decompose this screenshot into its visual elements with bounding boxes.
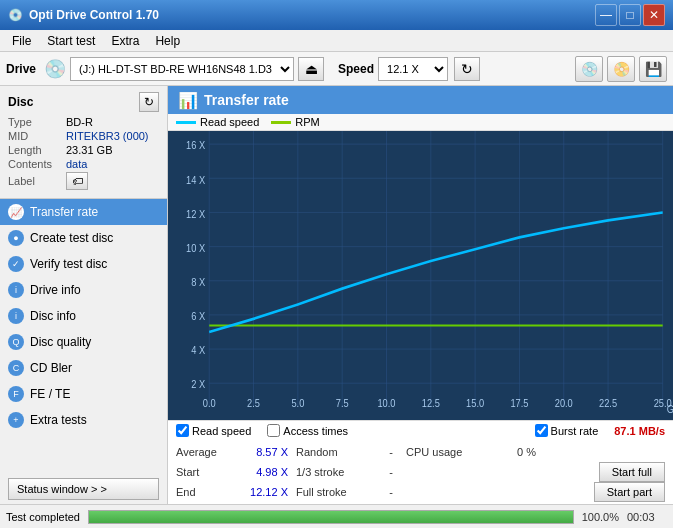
svg-text:20.0: 20.0 [555, 396, 573, 409]
speed-select[interactable]: 12.1 X [378, 57, 448, 81]
nav-item-fe-te[interactable]: F FE / TE [0, 381, 167, 407]
close-button[interactable]: ✕ [643, 4, 665, 26]
chart-title: Transfer rate [204, 92, 289, 108]
burst-rate-checkbox[interactable] [535, 424, 548, 437]
progress-bar-container [88, 510, 574, 524]
burst-rate-checkbox-label: Burst rate [551, 425, 599, 437]
label-button[interactable]: 🏷 [66, 172, 88, 190]
save-button[interactable]: 💾 [639, 56, 667, 82]
start-value: 4.98 X [236, 466, 296, 478]
svg-text:7.5: 7.5 [336, 396, 349, 409]
elapsed-time: 00:03 [627, 511, 667, 523]
menu-help[interactable]: Help [147, 32, 188, 50]
full-stroke-label: Full stroke [296, 486, 376, 498]
minimize-button[interactable]: — [595, 4, 617, 26]
drive-icon: 💿 [44, 58, 66, 80]
start-full-button[interactable]: Start full [599, 462, 665, 482]
chart-header: 📊 Transfer rate [168, 86, 673, 114]
access-times-checkbox-item: Access times [267, 424, 348, 437]
maximize-button[interactable]: □ [619, 4, 641, 26]
stats-area: Average 8.57 X Random - CPU usage 0 % St… [168, 440, 673, 504]
read-speed-legend: Read speed [176, 116, 259, 128]
start-part-button[interactable]: Start part [594, 482, 665, 502]
cd-bler-icon: C [8, 360, 24, 376]
contents-label: Contents [8, 158, 66, 170]
rpm-color [271, 121, 291, 124]
start-label: Start [176, 466, 236, 478]
menu-file[interactable]: File [4, 32, 39, 50]
random-value: - [376, 446, 406, 458]
drive-select[interactable]: (J:) HL-DT-ST BD-RE WH16NS48 1.D3 [70, 57, 294, 81]
access-times-checkbox-label: Access times [283, 425, 348, 437]
transfer-rate-icon: 📈 [8, 204, 24, 220]
chart-icon: 📊 [178, 91, 198, 110]
chart-svg: 16 X 14 X 12 X 10 X 8 X 6 X 4 X 2 X 0.0 … [168, 131, 673, 420]
nav-item-create-test-disc[interactable]: ● Create test disc [0, 225, 167, 251]
speed-label: Speed [338, 62, 374, 76]
svg-text:15.0: 15.0 [466, 396, 484, 409]
status-text: Test completed [6, 511, 80, 523]
svg-text:14 X: 14 X [186, 172, 205, 185]
svg-text:2 X: 2 X [191, 377, 205, 390]
full-stroke-value: - [376, 486, 406, 498]
nav-item-disc-quality[interactable]: Q Disc quality [0, 329, 167, 355]
progress-bar [89, 511, 573, 523]
drivebar: Drive 💿 (J:) HL-DT-ST BD-RE WH16NS48 1.D… [0, 52, 673, 86]
svg-text:17.5: 17.5 [510, 396, 528, 409]
average-value: 8.57 X [236, 446, 296, 458]
cpu-value: 0 % [486, 446, 536, 458]
end-label: End [176, 486, 236, 498]
svg-text:10.0: 10.0 [377, 396, 395, 409]
eject-button[interactable]: ⏏ [298, 57, 324, 81]
drive-label: Drive [6, 62, 36, 76]
disc-refresh-button[interactable]: ↻ [139, 92, 159, 112]
menu-start-test[interactable]: Start test [39, 32, 103, 50]
chart-legend: Read speed RPM [168, 114, 673, 131]
svg-text:0.0: 0.0 [203, 396, 216, 409]
sidebar: Disc ↻ Type BD-R MID RITEKBR3 (000) Leng… [0, 86, 168, 504]
nav-item-extra-tests[interactable]: + Extra tests [0, 407, 167, 433]
statusbar: Test completed 100.0% 00:03 [0, 504, 673, 528]
svg-text:4 X: 4 X [191, 343, 205, 356]
access-times-checkbox[interactable] [267, 424, 280, 437]
drive-info-icon: i [8, 282, 24, 298]
svg-text:10 X: 10 X [186, 241, 205, 254]
svg-text:12 X: 12 X [186, 207, 205, 220]
disc-title: Disc [8, 95, 33, 109]
cpu-label: CPU usage [406, 446, 486, 458]
nav-item-drive-info[interactable]: i Drive info [0, 277, 167, 303]
contents-value: data [66, 158, 87, 170]
stats-row-end: End 12.12 X Full stroke - Start part [176, 482, 665, 502]
disc-panel: Disc ↻ Type BD-R MID RITEKBR3 (000) Leng… [0, 86, 167, 199]
length-label: Length [8, 144, 66, 156]
type-value: BD-R [66, 116, 93, 128]
nav-item-disc-info[interactable]: i Disc info [0, 303, 167, 329]
menubar: File Start test Extra Help [0, 30, 673, 52]
stroke-1-3-label: 1/3 stroke [296, 466, 376, 478]
titlebar: 💿 Opti Drive Control 1.70 — □ ✕ [0, 0, 673, 30]
read-speed-color [176, 121, 196, 124]
read-speed-checkbox[interactable] [176, 424, 189, 437]
svg-text:8 X: 8 X [191, 275, 205, 288]
svg-text:6 X: 6 X [191, 309, 205, 322]
verify-test-disc-icon: ✓ [8, 256, 24, 272]
mid-label: MID [8, 130, 66, 142]
burst-rate-value: 87.1 MB/s [614, 425, 665, 437]
stroke-1-3-value: - [376, 466, 406, 478]
nav-item-verify-test-disc[interactable]: ✓ Verify test disc [0, 251, 167, 277]
status-window-button[interactable]: Status window > > [8, 478, 159, 500]
nav-item-transfer-rate[interactable]: 📈 Transfer rate [0, 199, 167, 225]
content-area: 📊 Transfer rate Read speed RPM [168, 86, 673, 504]
disc-icon-button[interactable]: 💿 [575, 56, 603, 82]
app-icon: 💿 [8, 8, 23, 22]
svg-text:12.5: 12.5 [422, 396, 440, 409]
checkboxes-row: Read speed Access times Burst rate 87.1 … [168, 420, 673, 440]
nav-item-cd-bler[interactable]: C CD Bler [0, 355, 167, 381]
svg-text:GB: GB [667, 402, 673, 415]
label-label: Label [8, 175, 66, 187]
type-label: Type [8, 116, 66, 128]
media-icon-button[interactable]: 📀 [607, 56, 635, 82]
menu-extra[interactable]: Extra [103, 32, 147, 50]
refresh-speed-button[interactable]: ↻ [454, 57, 480, 81]
main-layout: Disc ↻ Type BD-R MID RITEKBR3 (000) Leng… [0, 86, 673, 504]
